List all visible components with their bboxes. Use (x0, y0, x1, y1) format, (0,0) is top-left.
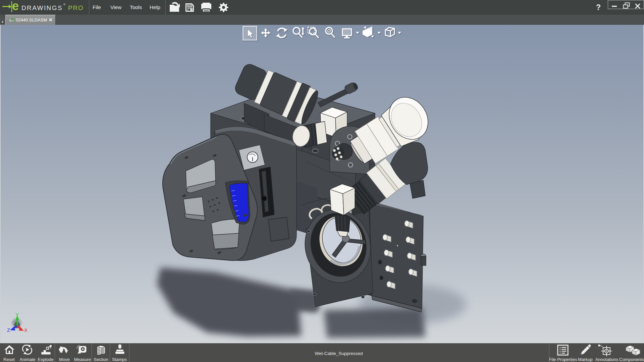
svg-text:Y: Y (15, 312, 19, 317)
svg-text:Z: Z (7, 327, 10, 333)
svg-text:X: X (24, 327, 28, 333)
